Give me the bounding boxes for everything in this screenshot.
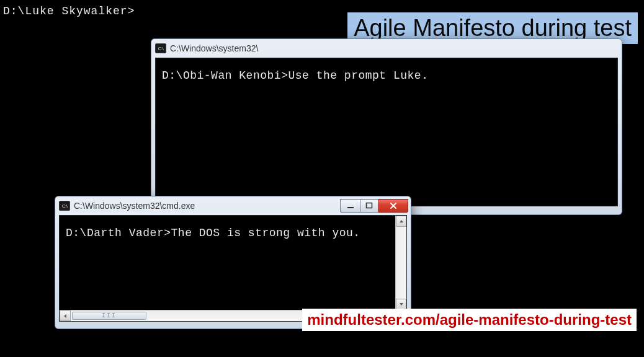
close-button[interactable] (378, 199, 408, 213)
scroll-thumb[interactable]: III (72, 312, 146, 320)
cmd-app-icon: C:\ (59, 201, 70, 211)
chevron-up-icon (399, 219, 404, 224)
chevron-down-icon (399, 302, 404, 307)
close-icon (389, 202, 398, 209)
overlay-url: mindfultester.com/agile-manifesto-during… (302, 309, 637, 331)
cmd-output-line: D:\Darth Vader>The DOS is strong with yo… (66, 227, 391, 239)
maximize-button[interactable] (360, 199, 378, 213)
minimize-icon (347, 202, 354, 209)
scroll-left-button[interactable] (60, 311, 71, 321)
window-title: C:\Windows\system32\cmd.exe (74, 201, 340, 211)
background-prompt: D:\Luke Skywalker> (3, 5, 135, 17)
titlebar[interactable]: C:\ C:\Windows\system32\cmd.exe (55, 196, 411, 215)
window-title: C:\Windows\system32\ (170, 43, 269, 53)
vertical-scrollbar[interactable] (395, 216, 406, 310)
scroll-track[interactable] (396, 227, 406, 299)
cmd-client-area[interactable]: D:\Darth Vader>The DOS is strong with yo… (59, 215, 407, 322)
scroll-up-button[interactable] (396, 216, 406, 227)
svg-rect-1 (367, 203, 372, 208)
cmd-app-icon: C:\ (155, 43, 166, 53)
minimize-button[interactable] (340, 199, 360, 213)
cmd-client-area[interactable]: D:\Obi-Wan Kenobi>Use the prompt Luke. (155, 58, 618, 206)
cmd-output-line: D:\Obi-Wan Kenobi>Use the prompt Luke. (162, 69, 611, 82)
svg-rect-0 (347, 207, 354, 208)
maximize-icon (365, 202, 373, 209)
chevron-left-icon (63, 314, 68, 319)
window-buttons (340, 199, 408, 213)
cmd-window-obiwan[interactable]: C:\ C:\Windows\system32\ D:\Obi-Wan Keno… (151, 38, 622, 215)
titlebar[interactable]: C:\ C:\Windows\system32\ (151, 39, 622, 58)
